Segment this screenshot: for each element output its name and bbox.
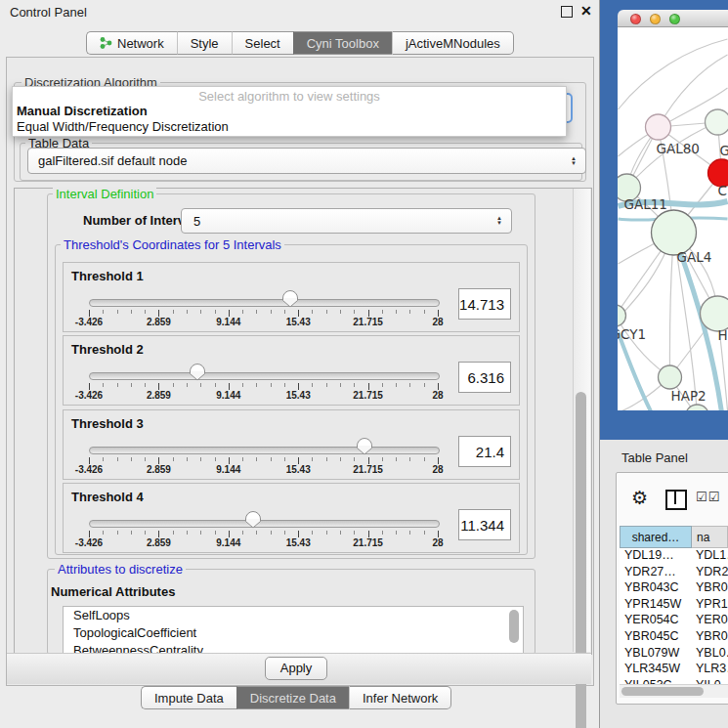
- dropdown-option-equal-width[interactable]: Equal Width/Frequency Discretization: [17, 119, 229, 134]
- tab-cyni-toolbox[interactable]: Cyni Toolbox: [293, 31, 392, 55]
- float-icon[interactable]: [561, 6, 573, 18]
- vertical-scrollbar[interactable]: [573, 189, 590, 652]
- slider-minor-tick: [326, 310, 327, 314]
- horizontal-scrollbar[interactable]: [620, 684, 728, 698]
- threshold-4-box: Threshold 4-3.4262.8599.14415.4321.71528…: [63, 483, 520, 553]
- network-node[interactable]: [646, 114, 671, 140]
- slider-minor-tick: [340, 531, 341, 535]
- slider-track[interactable]: [89, 299, 440, 307]
- slider-thumb[interactable]: [281, 290, 299, 308]
- table-row[interactable]: YER054CYER0…: [620, 613, 728, 629]
- table-row[interactable]: YDR27…YDR2…: [620, 565, 728, 581]
- table-row[interactable]: YLR345WYLR3…: [620, 662, 728, 678]
- slider-minor-tick: [200, 310, 201, 314]
- bottom-tab-discretize-data[interactable]: Discretize Data: [236, 686, 349, 709]
- tab-label: Style: [191, 36, 219, 51]
- slider-major-tick: [158, 383, 159, 390]
- slider-minor-tick: [312, 531, 313, 535]
- slider-minor-tick: [145, 383, 146, 387]
- slider-minor-tick: [256, 383, 257, 387]
- network-node[interactable]: [618, 305, 626, 326]
- cell-shared-name: YLR345W: [620, 662, 692, 678]
- threshold-label: Threshold 2: [71, 342, 144, 357]
- slider-minor-tick: [396, 383, 397, 387]
- bottom-tab-impute-data[interactable]: Impute Data: [141, 686, 236, 709]
- cell-name: YBL0…: [692, 646, 728, 663]
- tab-label: Cyni Toolbox: [307, 36, 379, 51]
- slider-minor-tick: [103, 383, 104, 387]
- slider-minor-tick: [187, 457, 188, 461]
- threshold-value-field[interactable]: 6.316: [458, 362, 511, 393]
- cell-shared-name: YDR27…: [620, 565, 692, 581]
- slider-minor-tick: [103, 310, 104, 314]
- network-node-label: GAL11: [624, 196, 667, 212]
- tab-jactivemnodules[interactable]: jActiveMNodules: [392, 31, 514, 55]
- slider-minor-tick: [271, 383, 272, 387]
- slider-thumb[interactable]: [189, 364, 206, 381]
- slider-minor-tick: [215, 531, 216, 535]
- number-of-intervals-spinner[interactable]: 5 ▲▼: [181, 208, 512, 234]
- column-header-name[interactable]: na: [692, 526, 728, 548]
- network-node[interactable]: [659, 365, 682, 389]
- slider-major-tick: [438, 383, 439, 390]
- slider-thumb[interactable]: [356, 438, 373, 455]
- node-table-body[interactable]: YDL19…YDL1…YDR27…YDR2…YBR043CYBR0…YPR145…: [620, 548, 728, 684]
- slider-track[interactable]: [89, 520, 440, 528]
- slider-minor-tick: [200, 457, 201, 461]
- slider-minor-tick: [131, 310, 132, 314]
- threshold-value-field[interactable]: 14.713: [458, 288, 511, 320]
- gear-icon[interactable]: ⚙: [631, 487, 648, 509]
- apply-button[interactable]: Apply: [265, 657, 327, 680]
- table-row[interactable]: YDL19…YDL1…: [620, 548, 728, 565]
- cell-shared-name: YPR145W: [620, 597, 692, 614]
- slider-tick-label: 21.715: [353, 317, 383, 327]
- mac-close-button[interactable]: [630, 14, 641, 24]
- slider-minor-tick: [173, 310, 174, 314]
- slider-tick-label: 2.859: [147, 317, 171, 327]
- slider-major-tick: [89, 531, 90, 537]
- network-view-canvas[interactable]: GAL80GAGAL11CGAL4GCY1HHAP2: [618, 27, 728, 410]
- slider-major-tick: [229, 383, 230, 390]
- attributes-group-title: Attributes to discretize: [55, 562, 186, 577]
- slider-thumb[interactable]: [244, 511, 262, 529]
- mac-zoom-button[interactable]: [669, 14, 680, 24]
- cell-name: YER0…: [692, 613, 728, 629]
- table-data-combobox[interactable]: galFiltered.sif default node ▲▼: [27, 148, 586, 174]
- table-row[interactable]: YBL079WYBL0…: [620, 646, 728, 663]
- slider-minor-tick: [187, 310, 188, 314]
- table-row[interactable]: YBR045CYBR0…: [620, 629, 728, 646]
- horizontal-scrollbar-thumb[interactable]: [621, 687, 704, 696]
- attribute-list-item[interactable]: SelfLoops: [64, 607, 523, 624]
- slider-minor-tick: [271, 531, 272, 535]
- tab-label: Impute Data: [154, 691, 224, 706]
- slider-minor-tick: [242, 457, 243, 461]
- threshold-value-field[interactable]: 11.344: [458, 509, 511, 540]
- slider-track[interactable]: [89, 372, 440, 380]
- close-icon[interactable]: ✕: [580, 3, 592, 19]
- table-row[interactable]: YPR145WYPR1…: [620, 597, 728, 614]
- slider-track[interactable]: [89, 447, 440, 454]
- mac-minimize-button[interactable]: [650, 14, 661, 24]
- tab-style[interactable]: Style: [177, 31, 232, 55]
- numerical-attributes-list[interactable]: SelfLoopsTopologicalCoefficientBetweenne…: [63, 606, 524, 654]
- attributes-scrollbar-thumb[interactable]: [509, 610, 519, 643]
- network-node[interactable]: [706, 109, 728, 135]
- slider-major-tick: [158, 457, 159, 464]
- panel-title: Control Panel: [10, 5, 87, 20]
- bottom-tab-infer-network[interactable]: Infer Network: [349, 686, 451, 709]
- slider-major-tick: [438, 457, 439, 464]
- network-window-titlebar[interactable]: [618, 10, 728, 27]
- checkboxes-icon[interactable]: ☑☑: [696, 490, 720, 504]
- tab-network[interactable]: Network: [86, 31, 177, 55]
- table-row[interactable]: YBR043CYBR0…: [620, 580, 728, 597]
- columns-icon[interactable]: [665, 490, 687, 510]
- slider-tick-label: 9.144: [216, 390, 240, 401]
- network-node[interactable]: [701, 296, 728, 331]
- tab-select[interactable]: Select: [232, 31, 293, 55]
- threshold-value-field[interactable]: 21.4: [458, 436, 511, 467]
- dropdown-option-manual[interactable]: Manual Discretization: [17, 104, 148, 118]
- attribute-list-item[interactable]: TopologicalCoefficient: [64, 624, 523, 642]
- column-header-shared-name[interactable]: shared…: [620, 526, 692, 548]
- slider-minor-tick: [242, 531, 243, 535]
- slider-minor-tick: [256, 457, 257, 461]
